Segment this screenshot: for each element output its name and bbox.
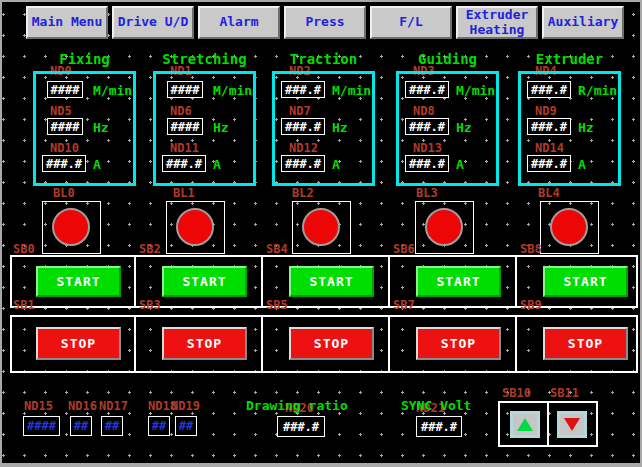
start-button[interactable]: START bbox=[162, 266, 247, 297]
toolbar-button-main-menu[interactable]: Main Menu bbox=[26, 6, 108, 39]
unit-label: R/min bbox=[578, 83, 617, 98]
nd-label: ND9 bbox=[535, 104, 557, 118]
numeric-display: ###.# bbox=[527, 81, 571, 98]
unit-label: Hz bbox=[578, 120, 594, 135]
nd-label: ND19 bbox=[171, 399, 200, 413]
nd-label: ND16 bbox=[68, 399, 97, 413]
unit-label: Hz bbox=[456, 120, 472, 135]
section-title: Fixing bbox=[23, 51, 146, 67]
stop-button[interactable]: STOP bbox=[36, 327, 121, 360]
unit-label: A bbox=[213, 157, 221, 172]
unit-label: A bbox=[93, 157, 101, 172]
indicator-lamp bbox=[176, 208, 214, 246]
nd-label: ND3 bbox=[413, 64, 435, 78]
nd-label: ND0 bbox=[50, 64, 72, 78]
toolbar-button-extruder-heating[interactable]: Extruder Heating bbox=[456, 6, 538, 39]
nd-label: ND6 bbox=[170, 104, 192, 118]
unit-label: Hz bbox=[213, 120, 229, 135]
start-sb-label: SB2 bbox=[139, 242, 161, 256]
sb11-label: SB11 bbox=[550, 386, 579, 400]
start-button[interactable]: START bbox=[36, 266, 121, 297]
sync-down-button[interactable] bbox=[557, 411, 587, 438]
lamp-label: BL3 bbox=[416, 186, 438, 200]
nd-label: ND7 bbox=[289, 104, 311, 118]
section-title: Guiding bbox=[386, 51, 509, 67]
stop-button[interactable]: STOP bbox=[543, 327, 628, 360]
numeric-display: ###.# bbox=[281, 81, 325, 98]
unit-label: A bbox=[578, 157, 586, 172]
stop-sb-label: SB1 bbox=[13, 298, 35, 312]
section-title: Stretching bbox=[143, 51, 266, 67]
up-arrow-icon bbox=[517, 418, 533, 431]
section-title: Traction bbox=[262, 51, 385, 67]
nd-label: ND5 bbox=[50, 104, 72, 118]
sb10-label: SB10 bbox=[502, 386, 531, 400]
numeric-display: ###.# bbox=[527, 155, 571, 172]
nd-label: ND13 bbox=[413, 141, 442, 155]
stop-sb-label: SB9 bbox=[520, 298, 542, 312]
lamp-label: BL1 bbox=[173, 186, 195, 200]
nd-label: ND1 bbox=[170, 64, 192, 78]
numeric-display: #### bbox=[23, 416, 60, 436]
numeric-display: #### bbox=[47, 81, 83, 98]
hmi-screen: ND20 Drawing ratio ###.# ND21 SYNC Volt … bbox=[0, 0, 642, 467]
stop-button[interactable]: STOP bbox=[289, 327, 374, 360]
start-button[interactable]: START bbox=[543, 266, 628, 297]
drawing-ratio-label: Drawing ratio bbox=[246, 398, 348, 413]
up-button-cell bbox=[498, 401, 549, 447]
numeric-display: ###.# bbox=[405, 155, 449, 172]
start-button[interactable]: START bbox=[416, 266, 501, 297]
nd-label: ND4 bbox=[535, 64, 557, 78]
lamp-cell bbox=[415, 201, 474, 254]
numeric-display: #### bbox=[167, 81, 203, 98]
numeric-display: ###.# bbox=[527, 118, 571, 135]
numeric-display: ###.# bbox=[42, 155, 86, 172]
section-title: Extruder bbox=[508, 51, 631, 67]
down-arrow-icon bbox=[564, 418, 580, 431]
unit-label: Hz bbox=[332, 120, 348, 135]
numeric-display: ## bbox=[148, 416, 170, 436]
unit-label: M/min bbox=[213, 83, 252, 98]
toolbar-button-drive-u-d[interactable]: Drive U/D bbox=[112, 6, 194, 39]
start-button[interactable]: START bbox=[289, 266, 374, 297]
lamp-label: BL0 bbox=[53, 186, 75, 200]
toolbar-button-auxiliary[interactable]: Auxiliary bbox=[542, 6, 624, 39]
start-sb-label: SB6 bbox=[393, 242, 415, 256]
nd-label: ND11 bbox=[170, 141, 199, 155]
toolbar-button-press[interactable]: Press bbox=[284, 6, 366, 39]
unit-label: M/min bbox=[332, 83, 371, 98]
toolbar-button-alarm[interactable]: Alarm bbox=[198, 6, 280, 39]
lamp-cell bbox=[42, 201, 101, 254]
down-button-cell bbox=[547, 401, 598, 447]
drawing-ratio-display: ###.# bbox=[277, 416, 325, 437]
nd-label: ND10 bbox=[50, 141, 79, 155]
unit-label: M/min bbox=[93, 83, 132, 98]
stop-sb-label: SB3 bbox=[139, 298, 161, 312]
sync-up-button[interactable] bbox=[510, 411, 540, 438]
sync-volt-display: ###.# bbox=[416, 416, 462, 437]
numeric-display: ###.# bbox=[281, 118, 325, 135]
start-sb-label: SB8 bbox=[520, 242, 542, 256]
numeric-display: ###.# bbox=[405, 118, 449, 135]
lamp-cell bbox=[292, 201, 351, 254]
indicator-lamp bbox=[52, 208, 90, 246]
stop-button[interactable]: STOP bbox=[416, 327, 501, 360]
toolbar-button-f-l[interactable]: F/L bbox=[370, 6, 452, 39]
numeric-display: ## bbox=[175, 416, 197, 436]
unit-label: A bbox=[456, 157, 464, 172]
stop-sb-label: SB7 bbox=[393, 298, 415, 312]
nd-label: ND12 bbox=[289, 141, 318, 155]
start-sb-label: SB0 bbox=[13, 242, 35, 256]
start-sb-label: SB4 bbox=[266, 242, 288, 256]
unit-label: A bbox=[332, 157, 340, 172]
unit-label: Hz bbox=[93, 120, 109, 135]
stop-button[interactable]: STOP bbox=[162, 327, 247, 360]
nd-label: ND2 bbox=[289, 64, 311, 78]
unit-label: M/min bbox=[456, 83, 495, 98]
lamp-label: BL4 bbox=[538, 186, 560, 200]
nd-label: ND15 bbox=[24, 399, 53, 413]
lamp-cell bbox=[166, 201, 225, 254]
sync-volt-label: SYNC Volt bbox=[401, 398, 471, 413]
numeric-display: ###.# bbox=[405, 81, 449, 98]
indicator-lamp bbox=[550, 208, 588, 246]
